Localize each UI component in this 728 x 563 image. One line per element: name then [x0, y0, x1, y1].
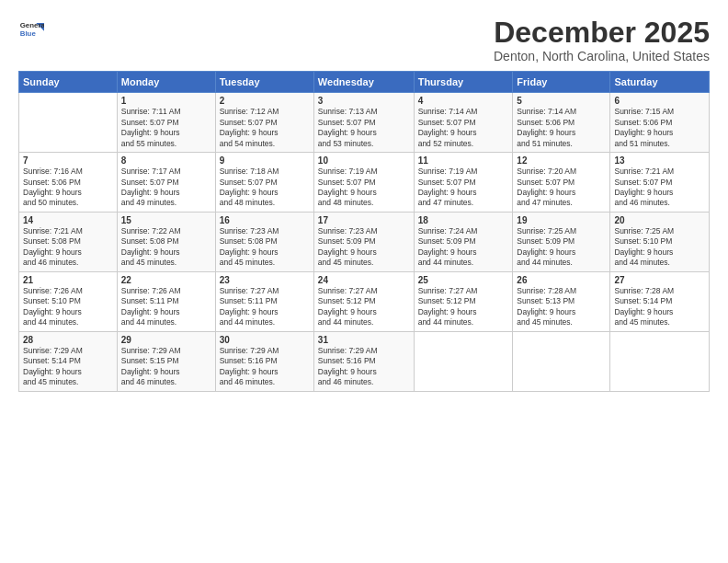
day-number: 1 — [121, 96, 211, 106]
day-number: 10 — [318, 155, 410, 166]
day-number: 16 — [220, 215, 310, 225]
day-content: Sunrise: 7:25 AM Sunset: 5:09 PM Dayligh… — [517, 226, 606, 269]
day-content: Sunrise: 7:29 AM Sunset: 5:16 PM Dayligh… — [318, 346, 410, 388]
day-cell: 31Sunrise: 7:29 AM Sunset: 5:16 PM Dayli… — [313, 331, 414, 391]
header: General Blue December 2025 Denton, North… — [18, 17, 710, 63]
day-number: 18 — [418, 215, 509, 225]
day-cell — [513, 331, 610, 391]
day-number: 17 — [318, 215, 410, 225]
day-cell: 27Sunrise: 7:28 AM Sunset: 5:14 PM Dayli… — [610, 271, 710, 331]
day-number: 25 — [418, 275, 509, 285]
header-row: SundayMondayTuesdayWednesdayThursdayFrid… — [19, 72, 710, 93]
day-cell — [19, 93, 118, 153]
day-content: Sunrise: 7:13 AM Sunset: 5:07 PM Dayligh… — [318, 107, 410, 149]
day-cell: 16Sunrise: 7:23 AM Sunset: 5:08 PM Dayli… — [215, 212, 313, 271]
day-number: 21 — [23, 275, 113, 285]
day-number: 8 — [121, 155, 211, 166]
day-content: Sunrise: 7:21 AM Sunset: 5:08 PM Dayligh… — [23, 226, 113, 269]
day-content: Sunrise: 7:29 AM Sunset: 5:15 PM Dayligh… — [121, 346, 211, 388]
header-cell-wednesday: Wednesday — [313, 72, 414, 93]
day-number: 31 — [318, 335, 410, 345]
day-content: Sunrise: 7:26 AM Sunset: 5:10 PM Dayligh… — [23, 286, 113, 328]
day-cell: 21Sunrise: 7:26 AM Sunset: 5:10 PM Dayli… — [19, 271, 118, 331]
day-cell: 29Sunrise: 7:29 AM Sunset: 5:15 PM Dayli… — [117, 331, 215, 391]
day-cell: 15Sunrise: 7:22 AM Sunset: 5:08 PM Dayli… — [117, 212, 215, 271]
header-cell-sunday: Sunday — [19, 72, 118, 93]
day-number: 5 — [517, 96, 606, 106]
day-cell: 23Sunrise: 7:27 AM Sunset: 5:11 PM Dayli… — [215, 271, 313, 331]
day-content: Sunrise: 7:15 AM Sunset: 5:06 PM Dayligh… — [614, 107, 705, 149]
week-row-1: 1Sunrise: 7:11 AM Sunset: 5:07 PM Daylig… — [19, 93, 710, 153]
day-number: 23 — [220, 275, 310, 285]
week-row-3: 14Sunrise: 7:21 AM Sunset: 5:08 PM Dayli… — [19, 212, 710, 271]
header-cell-tuesday: Tuesday — [215, 72, 313, 93]
day-content: Sunrise: 7:29 AM Sunset: 5:16 PM Dayligh… — [220, 346, 310, 388]
day-content: Sunrise: 7:27 AM Sunset: 5:12 PM Dayligh… — [318, 286, 410, 328]
day-content: Sunrise: 7:20 AM Sunset: 5:07 PM Dayligh… — [517, 167, 606, 209]
day-number: 9 — [220, 155, 310, 166]
day-content: Sunrise: 7:29 AM Sunset: 5:14 PM Dayligh… — [23, 346, 113, 388]
day-cell: 24Sunrise: 7:27 AM Sunset: 5:12 PM Dayli… — [313, 271, 414, 331]
day-number: 26 — [517, 275, 606, 285]
day-content: Sunrise: 7:25 AM Sunset: 5:10 PM Dayligh… — [614, 226, 705, 269]
day-content: Sunrise: 7:11 AM Sunset: 5:07 PM Dayligh… — [121, 107, 211, 149]
day-cell: 7Sunrise: 7:16 AM Sunset: 5:06 PM Daylig… — [19, 153, 118, 213]
day-cell: 17Sunrise: 7:23 AM Sunset: 5:09 PM Dayli… — [313, 212, 414, 271]
week-row-2: 7Sunrise: 7:16 AM Sunset: 5:06 PM Daylig… — [19, 153, 710, 213]
day-number: 20 — [614, 215, 705, 225]
day-number: 24 — [318, 275, 410, 285]
day-cell: 4Sunrise: 7:14 AM Sunset: 5:07 PM Daylig… — [414, 93, 513, 153]
day-number: 22 — [121, 275, 211, 285]
header-cell-saturday: Saturday — [610, 72, 710, 93]
day-content: Sunrise: 7:22 AM Sunset: 5:08 PM Dayligh… — [121, 226, 211, 269]
day-cell: 1Sunrise: 7:11 AM Sunset: 5:07 PM Daylig… — [117, 93, 215, 153]
day-number: 28 — [23, 335, 113, 345]
svg-text:General: General — [20, 21, 44, 29]
day-number: 6 — [614, 96, 705, 106]
day-number: 3 — [318, 96, 410, 106]
day-number: 14 — [23, 215, 113, 225]
day-content: Sunrise: 7:18 AM Sunset: 5:07 PM Dayligh… — [220, 167, 310, 209]
day-cell: 19Sunrise: 7:25 AM Sunset: 5:09 PM Dayli… — [513, 212, 610, 271]
week-row-4: 21Sunrise: 7:26 AM Sunset: 5:10 PM Dayli… — [19, 271, 710, 331]
day-cell: 10Sunrise: 7:19 AM Sunset: 5:07 PM Dayli… — [313, 153, 414, 213]
calendar-page: General Blue December 2025 Denton, North… — [0, 0, 728, 563]
day-cell: 18Sunrise: 7:24 AM Sunset: 5:09 PM Dayli… — [414, 212, 513, 271]
day-content: Sunrise: 7:17 AM Sunset: 5:07 PM Dayligh… — [121, 167, 211, 209]
day-cell: 28Sunrise: 7:29 AM Sunset: 5:14 PM Dayli… — [19, 331, 118, 391]
day-cell: 20Sunrise: 7:25 AM Sunset: 5:10 PM Dayli… — [610, 212, 710, 271]
logo-icon: General Blue — [18, 17, 44, 42]
day-content: Sunrise: 7:16 AM Sunset: 5:06 PM Dayligh… — [23, 167, 113, 209]
day-content: Sunrise: 7:19 AM Sunset: 5:07 PM Dayligh… — [418, 167, 509, 209]
day-content: Sunrise: 7:27 AM Sunset: 5:12 PM Dayligh… — [418, 286, 509, 328]
location: Denton, North Carolina, United States — [494, 49, 710, 63]
week-row-5: 28Sunrise: 7:29 AM Sunset: 5:14 PM Dayli… — [19, 331, 710, 391]
day-cell: 26Sunrise: 7:28 AM Sunset: 5:13 PM Dayli… — [513, 271, 610, 331]
day-number: 13 — [614, 155, 705, 166]
day-content: Sunrise: 7:28 AM Sunset: 5:13 PM Dayligh… — [517, 286, 606, 328]
header-cell-monday: Monday — [117, 72, 215, 93]
day-cell: 6Sunrise: 7:15 AM Sunset: 5:06 PM Daylig… — [610, 93, 710, 153]
day-cell: 22Sunrise: 7:26 AM Sunset: 5:11 PM Dayli… — [117, 271, 215, 331]
logo: General Blue — [18, 17, 44, 42]
day-number: 30 — [220, 335, 310, 345]
day-number: 12 — [517, 155, 606, 166]
day-cell: 25Sunrise: 7:27 AM Sunset: 5:12 PM Dayli… — [414, 271, 513, 331]
day-number: 11 — [418, 155, 509, 166]
day-content: Sunrise: 7:23 AM Sunset: 5:08 PM Dayligh… — [220, 226, 310, 269]
day-content: Sunrise: 7:24 AM Sunset: 5:09 PM Dayligh… — [418, 226, 509, 269]
day-cell: 30Sunrise: 7:29 AM Sunset: 5:16 PM Dayli… — [215, 331, 313, 391]
title-block: December 2025 Denton, North Carolina, Un… — [494, 17, 710, 63]
day-number: 4 — [418, 96, 509, 106]
day-number: 7 — [23, 155, 113, 166]
day-content: Sunrise: 7:19 AM Sunset: 5:07 PM Dayligh… — [318, 167, 410, 209]
day-number: 29 — [121, 335, 211, 345]
day-cell — [610, 331, 710, 391]
day-content: Sunrise: 7:12 AM Sunset: 5:07 PM Dayligh… — [220, 107, 310, 149]
day-number: 2 — [220, 96, 310, 106]
day-content: Sunrise: 7:23 AM Sunset: 5:09 PM Dayligh… — [318, 226, 410, 269]
day-cell: 9Sunrise: 7:18 AM Sunset: 5:07 PM Daylig… — [215, 153, 313, 213]
day-cell: 12Sunrise: 7:20 AM Sunset: 5:07 PM Dayli… — [513, 153, 610, 213]
header-cell-friday: Friday — [513, 72, 610, 93]
day-number: 15 — [121, 215, 211, 225]
